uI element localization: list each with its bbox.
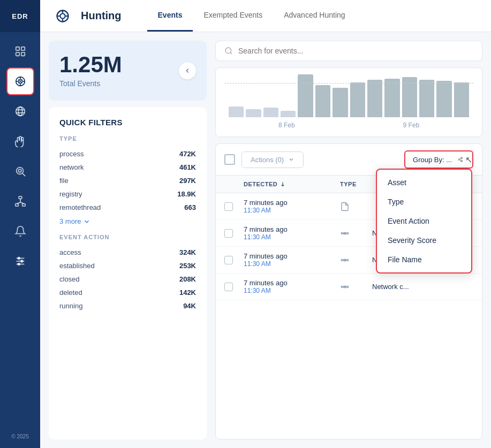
tab-events[interactable]: Events — [147, 0, 193, 32]
quick-filters-panel: QUICK FILTERS TYPE process 472K network … — [49, 107, 207, 439]
tab-advanced-hunting[interactable]: Advanced Hunting — [273, 0, 356, 32]
svg-point-42 — [341, 232, 343, 234]
svg-line-15 — [22, 173, 25, 176]
filter-count-file: 297K — [179, 177, 196, 185]
content-area: 1.25M Total Events QUICK FILTERS TYPE pr… — [40, 32, 491, 448]
select-all-checkbox[interactable] — [224, 154, 235, 165]
svg-point-46 — [347, 259, 349, 261]
td-detected-4: 7 minutes ago 11:30 AM — [244, 279, 340, 294]
total-events-info: 1.25M Total Events — [59, 54, 122, 88]
td-type-icon-1 — [340, 202, 372, 211]
dropdown-item-file-name[interactable]: File Name — [377, 250, 471, 269]
filter-name-access[interactable]: access — [59, 248, 81, 256]
filter-count-registry: 18.9K — [177, 190, 196, 198]
filter-name-established[interactable]: established — [59, 262, 95, 270]
filter-name-process[interactable]: process — [59, 150, 84, 158]
table-row[interactable]: 7 minutes ago 11:30 AM Network c... — [216, 274, 482, 300]
total-events-number: 1.25M — [59, 54, 122, 76]
svg-point-10 — [16, 107, 25, 116]
tab-exempted-events[interactable]: Exempted Events — [193, 0, 273, 32]
chart-bar — [281, 111, 296, 117]
chart-bar — [384, 79, 399, 117]
chart-bar — [333, 88, 348, 117]
filter-row-network: network 461K — [59, 161, 196, 174]
actions-button[interactable]: Actions (0) — [241, 151, 304, 168]
sidebar-item-hunting[interactable] — [6, 67, 34, 95]
brand-logo: EDR — [0, 0, 40, 32]
total-events-label: Total Events — [59, 79, 122, 88]
chart-bar — [367, 80, 382, 117]
filter-row-process: process 472K — [59, 147, 196, 161]
svg-point-30 — [60, 13, 65, 18]
svg-line-36 — [230, 52, 232, 54]
filter-name-deleted[interactable]: deleted — [59, 288, 82, 297]
svg-line-21 — [17, 202, 20, 204]
show-more-types[interactable]: 3 more — [59, 217, 196, 225]
row-checkbox[interactable] — [224, 229, 233, 238]
dropdown-item-type[interactable]: Type — [377, 192, 471, 211]
collapse-chevron-button[interactable] — [179, 62, 196, 79]
sidebar-item-threat[interactable] — [6, 157, 34, 185]
network-icon — [340, 255, 350, 265]
table-toolbar: Actions (0) Group By: ... ↖ — [216, 144, 482, 176]
svg-rect-18 — [15, 204, 18, 207]
network-icon — [340, 229, 350, 238]
svg-rect-1 — [21, 47, 24, 50]
sort-icon — [280, 181, 286, 187]
filter-row-closed: closed 208K — [59, 272, 196, 286]
filter-name-closed[interactable]: closed — [59, 275, 80, 283]
sidebar-footer: © 2025 — [11, 434, 28, 448]
filter-name-running[interactable]: running — [59, 302, 82, 310]
svg-point-35 — [225, 48, 231, 54]
sidebar-item-dashboard[interactable] — [6, 37, 34, 65]
chart-bar — [246, 109, 261, 117]
type-filter-section-title: TYPE — [59, 135, 196, 142]
events-table: Actions (0) Group By: ... ↖ — [215, 143, 482, 439]
chart-labels: 8 Feb 9 Feb — [224, 122, 473, 129]
file-icon — [340, 202, 350, 211]
total-events-card: 1.25M Total Events — [49, 41, 207, 101]
sidebar-item-settings[interactable] — [6, 247, 34, 275]
sidebar-item-globe[interactable] — [6, 97, 34, 125]
chart-reference-line — [224, 83, 473, 83]
hunting-header-icon — [53, 6, 72, 26]
dropdown-item-severity-score[interactable]: Severity Score — [377, 231, 471, 250]
row-checkbox[interactable] — [224, 283, 233, 291]
sidebar-item-alerts[interactable] — [6, 217, 34, 245]
filter-name-file[interactable]: file — [59, 177, 69, 185]
search-input[interactable] — [238, 47, 473, 55]
sidebar-item-network[interactable] — [6, 187, 34, 215]
chart-bar — [298, 74, 313, 117]
group-by-button[interactable]: Group By: ... ↖ Asset Type Event Action — [404, 150, 473, 169]
svg-point-16 — [18, 169, 21, 172]
chart-bar — [315, 85, 330, 117]
chart-bar — [454, 82, 469, 117]
search-bar — [215, 41, 482, 61]
svg-point-39 — [461, 160, 463, 162]
svg-point-11 — [18, 107, 22, 116]
row-checkbox[interactable] — [224, 256, 233, 264]
sidebar-item-hand[interactable] — [6, 127, 34, 155]
svg-point-49 — [347, 286, 349, 287]
filter-count-remotethread: 663 — [184, 203, 196, 211]
dropdown-item-event-action[interactable]: Event Action — [377, 211, 471, 231]
td-detected-1: 7 minutes ago 11:30 AM — [244, 199, 340, 214]
filter-row-registry: registry 18.9K — [59, 187, 196, 201]
svg-point-14 — [16, 168, 23, 174]
filter-count-established: 253K — [179, 262, 196, 270]
header-tabs: Events Exempted Events Advanced Hunting — [147, 0, 356, 32]
filter-name-remotethread[interactable]: remotethread — [59, 203, 101, 211]
filter-name-network[interactable]: network — [59, 163, 84, 171]
filter-count-network: 461K — [179, 163, 196, 171]
chart-area: 8 Feb 9 Feb — [215, 67, 482, 137]
chart-bar — [419, 80, 434, 117]
filter-row-established: established 253K — [59, 259, 196, 272]
row-checkbox[interactable] — [224, 202, 233, 211]
filter-name-registry[interactable]: registry — [59, 190, 82, 198]
left-panel: 1.25M Total Events QUICK FILTERS TYPE pr… — [49, 41, 207, 439]
svg-point-37 — [459, 159, 460, 161]
filter-count-deleted: 142K — [179, 288, 196, 297]
dropdown-item-asset[interactable]: Asset — [377, 173, 471, 192]
svg-rect-0 — [16, 47, 19, 50]
main-content: Hunting Events Exempted Events Advanced … — [40, 0, 491, 448]
